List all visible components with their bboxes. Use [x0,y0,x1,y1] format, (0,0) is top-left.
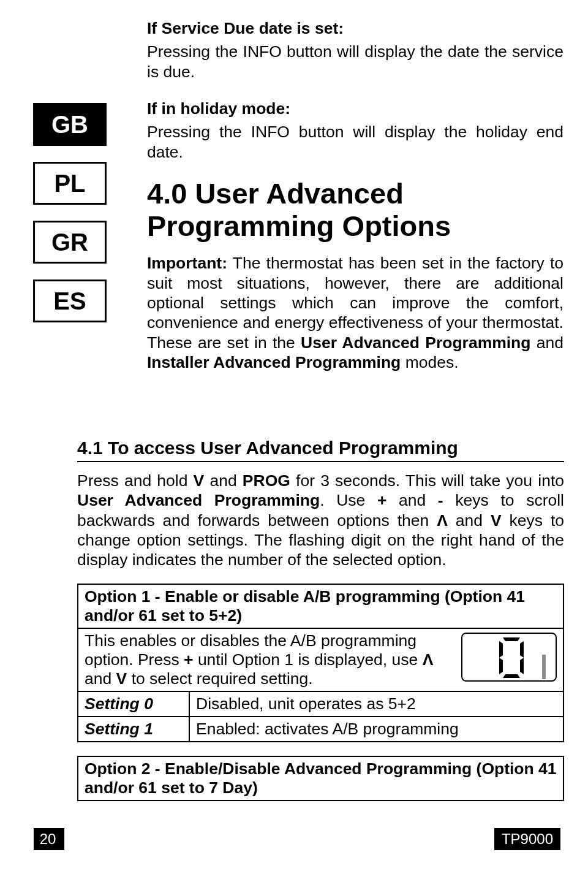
important-label: Important: [147,254,227,272]
holiday-mode-heading: If in holiday mode: [147,99,290,118]
option-1-setting-0-label: Setting 0 [78,691,189,717]
svg-marker-0 [503,637,520,641]
page-footer: 20 TP9000 [34,828,560,850]
svg-marker-1 [503,674,520,678]
service-due-heading: If Service Due date is set: [147,19,344,37]
important-bold-1: User Advanced Programming [301,333,530,352]
svg-marker-2 [499,641,503,658]
upper-content-column: If Service Due date is set: Pressing the… [147,18,564,376]
model-number: TP9000 [494,828,560,850]
option-1-table: Option 1 - Enable or disable A/B program… [77,584,564,742]
service-due-body: Pressing the INFO button will display th… [147,42,564,82]
important-bold-2: Installer Advanced Programming [147,353,401,371]
language-tab-gr[interactable]: GR [33,221,107,264]
page-number: 20 [34,828,64,850]
important-tail: modes. [401,353,458,371]
section-4-0-title: 4.0 User Advanced Programming Options [147,178,564,242]
section-4-1-rule [77,461,564,462]
lcd-display-icon [461,633,557,682]
option-1-description-cell: This enables or disables the A/B program… [78,628,564,691]
section-4-1-title: 4.1 To access User Advanced Programming [77,438,564,458]
option-1-setting-1-value: Enabled: activates A/B programming [189,717,564,742]
holiday-mode-body: Pressing the INFO button will display th… [147,122,564,162]
language-tab-label: ES [53,287,86,315]
section-4-1-paragraph: Press and hold V and PROG for 3 seconds.… [77,471,564,570]
language-tab-label: PL [54,170,85,197]
language-tab-es[interactable]: ES [33,280,107,322]
svg-marker-3 [499,658,503,674]
section-4-0-paragraph: Important: The thermostat has been set i… [147,253,564,372]
svg-marker-6 [542,655,546,679]
option-2-header: Option 2 - Enable/Disable Advanced Progr… [78,756,564,801]
language-tab-pl[interactable]: PL [33,162,107,205]
section-4-1-block: 4.1 To access User Advanced Programming … [77,422,564,801]
language-tab-gb[interactable]: GB [33,103,107,146]
svg-marker-5 [520,658,524,674]
lcd-digit-main [499,637,524,678]
option-2-table: Option 2 - Enable/Disable Advanced Progr… [77,756,564,801]
language-tab-rail: GB PL GR ES [33,103,107,338]
option-1-header: Option 1 - Enable or disable A/B program… [78,584,564,628]
option-1-setting-0-value: Disabled, unit operates as 5+2 [189,691,564,717]
language-tab-label: GB [51,111,88,139]
important-mid: and [531,333,564,352]
lcd-digit-small [532,655,548,679]
svg-marker-4 [520,641,524,658]
option-1-setting-1-label: Setting 1 [78,717,189,742]
language-tab-label: GR [51,229,88,256]
